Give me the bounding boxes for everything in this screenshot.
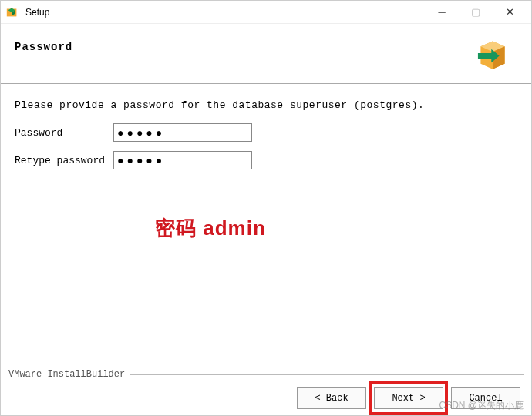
maximize-button: ▢	[459, 2, 493, 23]
back-button[interactable]: < Back	[297, 387, 366, 409]
retype-password-label: Retype password	[15, 155, 113, 166]
retype-password-row: Retype password	[15, 151, 517, 169]
wizard-header: Password	[1, 24, 531, 84]
titlebar: Setup ─ ▢ ✕	[1, 1, 531, 24]
app-icon	[5, 5, 19, 19]
close-button[interactable]: ✕	[493, 2, 527, 23]
window-title: Setup	[25, 7, 425, 18]
wizard-content: Please provide a password for the databa…	[1, 84, 531, 369]
instruction-text: Please provide a password for the databa…	[15, 99, 517, 111]
next-button[interactable]: Next >	[374, 387, 443, 409]
window-controls: ─ ▢ ✕	[425, 2, 527, 23]
page-title: Password	[15, 41, 72, 53]
footer-divider: VMware InstallBuilder	[1, 369, 531, 380]
password-label: Password	[15, 127, 113, 139]
password-input[interactable]	[113, 123, 252, 142]
watermark: CSDN @迷失的小鹿	[439, 399, 524, 412]
footer-brand: VMware InstallBuilder	[8, 369, 125, 380]
annotation-overlay: 密码 admin	[155, 215, 266, 242]
divider-line	[130, 374, 524, 375]
password-row: Password	[15, 123, 517, 142]
package-icon	[473, 33, 513, 73]
minimize-button[interactable]: ─	[425, 2, 459, 23]
retype-password-input[interactable]	[113, 151, 252, 169]
